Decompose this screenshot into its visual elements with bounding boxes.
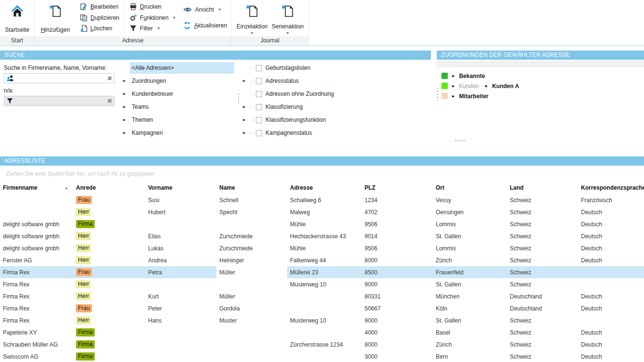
expand-arrow-icon[interactable]: ▶ xyxy=(243,118,250,122)
hinzufuegen-label: Hinzufügen xyxy=(41,26,70,34)
tree-item[interactable]: ▶Kampagnen xyxy=(123,127,234,139)
serienaktion-dropdown-arrow[interactable] xyxy=(286,32,289,34)
clear-filter-icon[interactable]: ✖ xyxy=(107,98,112,104)
hinzufuegen-button[interactable]: Hinzufügen xyxy=(35,0,76,36)
filter-dropdown-arrow[interactable] xyxy=(157,27,160,29)
clear-search-icon[interactable]: ✖ xyxy=(107,76,112,81)
ribbon-group-label-adresse: Adresse xyxy=(35,36,231,45)
drucken-button[interactable]: Drucken xyxy=(129,2,176,12)
table-row[interactable]: FrauSusiSchnellSchallweg 61234VessySchwe… xyxy=(0,194,644,206)
table-row[interactable]: delight software gmbhFirmaMühle9506Lommi… xyxy=(0,218,644,230)
column-header[interactable]: Name xyxy=(216,184,287,191)
table-cell: 8000 xyxy=(362,338,433,350)
checkbox[interactable] xyxy=(256,65,262,71)
checkbox[interactable] xyxy=(256,91,262,97)
tree-splitter-handle[interactable] xyxy=(238,94,239,103)
filter-search-input[interactable] xyxy=(13,98,107,104)
assignment-item[interactable]: ▶Kunden▶Kunden A xyxy=(442,81,644,91)
tree-item[interactable]: <Alle Adressen> xyxy=(123,62,234,74)
expand-arrow-icon[interactable]: ▶ xyxy=(243,105,250,109)
tree-item[interactable]: ▶Themen xyxy=(123,114,234,126)
table-row[interactable]: delight software gmbhHerrEliasZurschmied… xyxy=(0,230,644,242)
expand-arrow-icon[interactable]: ▶ xyxy=(123,105,130,109)
aktualisieren-button[interactable]: Aktualisieren xyxy=(183,21,227,30)
expand-arrow-icon[interactable]: ▶ xyxy=(452,74,455,78)
expand-arrow-icon[interactable]: ▶ xyxy=(452,94,455,98)
checkbox[interactable] xyxy=(256,130,262,136)
table-row[interactable]: Firma RexHerrHansMusterMusterweg 109000S… xyxy=(0,314,644,326)
table-row[interactable]: Firma RexFrauPetraMüllerMüllerei 238500F… xyxy=(0,266,644,278)
expand-arrow-icon[interactable]: ▶ xyxy=(243,131,250,135)
column-header[interactable]: Land xyxy=(507,184,578,191)
checkbox[interactable] xyxy=(256,78,262,84)
view-buttons-column: Ansicht Aktualisieren xyxy=(179,0,231,36)
column-header[interactable]: Adresse xyxy=(287,184,362,191)
checkbox-tree-item[interactable]: ▶Kampagnenstatus xyxy=(243,127,402,139)
ribbon: Startseite Start Hinzufügen xyxy=(0,0,644,46)
einzelaktion-dropdown-arrow[interactable] xyxy=(251,32,253,34)
table-body: FrauSusiSchnellSchallweg 61234VessySchwe… xyxy=(0,194,644,362)
table-cell: 8000 xyxy=(362,254,433,266)
table-row[interactable]: Papeterie XYFirma4000BaselSchweizDeutsch xyxy=(0,326,644,338)
eye-icon xyxy=(183,6,192,13)
expand-arrow-icon[interactable]: ▶ xyxy=(123,92,130,96)
duplizieren-button[interactable]: Duplizieren xyxy=(80,13,119,23)
table-row[interactable]: Swisscom AGFirma3000BernSchweizDeutsch xyxy=(0,350,644,362)
table-row[interactable]: delight software gmbhHerrLukasZurschmied… xyxy=(0,242,644,254)
filter-button[interactable]: Filter xyxy=(129,24,176,33)
anrede-cell: Herr xyxy=(73,314,145,326)
expand-arrow-icon[interactable]: ▶ xyxy=(123,79,130,83)
bearbeiten-button[interactable]: Bearbeiten xyxy=(80,2,119,12)
panel-splitter-handle[interactable] xyxy=(437,88,438,101)
address-group-tree: <Alle Adressen>▶Zuordnungen▶Kundenbetreu… xyxy=(123,62,234,140)
checkbox-tree-item[interactable]: ▶Adressstatus xyxy=(243,75,402,87)
table-cell: Schweiz xyxy=(507,314,578,326)
adressliste-header: ADRESSLISTE xyxy=(0,156,644,166)
column-header[interactable]: PLZ xyxy=(362,184,433,191)
salutation-badge: Herr xyxy=(76,316,91,324)
expand-arrow-icon[interactable]: ▶ xyxy=(123,131,130,135)
expand-arrow-icon[interactable]: ▶ xyxy=(452,84,455,88)
column-header[interactable]: Korrespondenzsprache xyxy=(578,184,644,191)
startseite-button[interactable]: Startseite xyxy=(2,0,33,36)
table-cell: Heininger xyxy=(216,254,287,266)
einzelaktion-button[interactable]: Einzelaktion xyxy=(234,0,270,36)
assignment-item[interactable]: ▶Bekannte xyxy=(442,71,644,81)
column-header[interactable]: Vorname xyxy=(145,184,216,191)
table-cell xyxy=(216,338,287,350)
checkbox-tree-item[interactable]: Adressen ohne Zuordnung xyxy=(243,88,402,100)
expand-arrow-icon[interactable]: ▶ xyxy=(485,84,488,88)
tree-item[interactable]: ▶Teams xyxy=(123,101,234,113)
checkbox[interactable] xyxy=(256,104,262,110)
ansicht-button[interactable]: Ansicht xyxy=(183,5,227,14)
column-header[interactable]: Firmenname▲ xyxy=(0,184,73,191)
serienaktion-button[interactable]: Serienaktion xyxy=(270,0,305,36)
tree-item[interactable]: ▶Zuordnungen xyxy=(123,75,234,87)
column-header[interactable]: Ort xyxy=(433,184,507,191)
table-row[interactable]: Firma RexHerrMusterweg 109000St. GallenS… xyxy=(0,278,644,290)
expand-arrow-icon[interactable]: ▶ xyxy=(243,79,250,83)
anrede-cell: Herr xyxy=(73,242,145,254)
ansicht-dropdown-arrow[interactable] xyxy=(218,9,221,11)
table-row[interactable]: Firma RexFrauPeterGordola50667KölnDeutsc… xyxy=(0,302,644,314)
table-row[interactable]: HerrHubertSpechtMalweg4702OensingenSchwe… xyxy=(0,206,644,218)
funktionen-button[interactable]: Funktionen xyxy=(129,13,176,23)
checkbox[interactable] xyxy=(256,117,262,123)
table-cell: St. Gallen xyxy=(433,314,507,326)
table-cell: Muster xyxy=(216,314,287,326)
anrede-cell: Herr xyxy=(73,290,145,302)
funktionen-dropdown-arrow[interactable] xyxy=(173,17,176,19)
table-row[interactable]: Fenster AGHerrAndreaHeiningerFalkenweg 4… xyxy=(0,254,644,266)
expand-arrow-icon[interactable]: ▶ xyxy=(123,118,130,122)
checkbox-tree-item[interactable]: ▶Klassifizierung xyxy=(243,101,402,113)
tree-item[interactable]: ▶Kundenbetreuer xyxy=(123,88,234,100)
name-search-input[interactable] xyxy=(14,75,107,82)
column-header[interactable]: Anrede xyxy=(73,184,145,191)
checkbox-tree-item[interactable]: Geburtstagslisten xyxy=(243,62,402,74)
table-row[interactable]: Firma RexHerrKurtMüller80331MünchenDeuts… xyxy=(0,290,644,302)
loeschen-button[interactable]: Löschen xyxy=(80,24,119,33)
checkbox-tree-item[interactable]: ▶Klassifizierungsfunktion xyxy=(243,114,402,126)
assignment-item[interactable]: ▶Mitarbeiter xyxy=(442,91,644,101)
panel-resize-handle[interactable] xyxy=(455,140,466,141)
table-row[interactable]: Schrauben Müller AGFirmaZürcherstrasse 1… xyxy=(0,338,644,350)
